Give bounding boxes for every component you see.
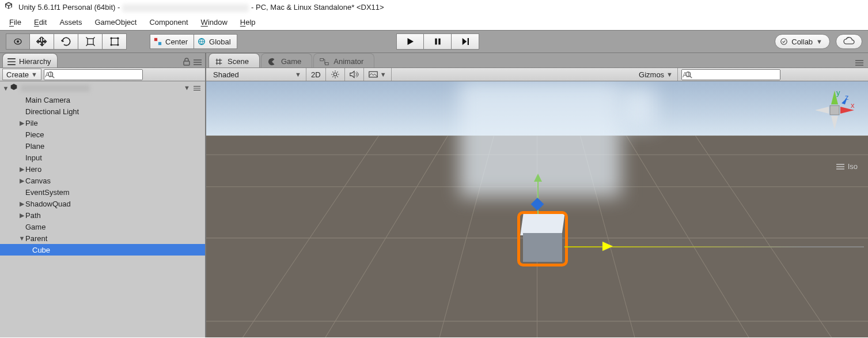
hand-tool-button[interactable] [6, 33, 30, 50]
tab-scene[interactable]: Scene [209, 53, 260, 67]
scene-search-input[interactable] [681, 69, 780, 80]
workspace: Hierarchy Create ▼ [0, 53, 868, 337]
hierarchy-item[interactable]: EventSystem [0, 186, 205, 198]
scene-root-row[interactable]: ▼ ▼ [0, 82, 205, 94]
rect-tool-button[interactable] [103, 33, 127, 50]
scale-tool-button[interactable] [78, 33, 103, 50]
svg-rect-34 [830, 106, 839, 115]
panel-menu-icon[interactable] [855, 59, 863, 67]
expand-toggle[interactable]: ▶ [18, 166, 25, 173]
audio-toggle[interactable] [345, 68, 364, 81]
redacted-segment [122, 4, 249, 12]
scene-tabs-row: Scene Game Animator [206, 53, 868, 67]
scene-toolbar: Shaded ▼ 2D ▼ Gizmos ▼ [206, 67, 868, 81]
cloud-button[interactable] [836, 34, 862, 49]
create-dropdown[interactable]: Create ▼ [2, 69, 41, 80]
play-button[interactable] [396, 33, 424, 50]
menu-edit[interactable]: Edit [28, 16, 52, 28]
mode-2d-toggle[interactable]: 2D [306, 68, 326, 81]
rotate-tool-button[interactable] [54, 33, 78, 50]
panel-menu-icon[interactable] [194, 58, 202, 67]
svg-line-32 [626, 136, 782, 337]
gizmo-x-arrow-icon [602, 242, 613, 251]
menu-help[interactable]: Help [234, 16, 261, 28]
hierarchy-toolbar: Create ▼ [0, 67, 205, 81]
svg-point-5 [117, 37, 119, 39]
pacman-icon [267, 58, 276, 66]
hierarchy-item[interactable]: ▼Parent [0, 232, 205, 244]
svg-point-19 [333, 73, 336, 76]
svg-line-29 [293, 136, 448, 337]
menubar: File Edit Assets GameObject Component Wi… [0, 16, 868, 30]
step-button[interactable] [452, 33, 479, 50]
menu-component[interactable]: Component [143, 16, 194, 28]
gizmos-dropdown[interactable]: Gizmos ▼ [634, 68, 678, 81]
expand-toggle[interactable]: ▶ [18, 212, 25, 219]
hierarchy-item[interactable]: ▶ShadowQuad [0, 198, 205, 209]
hierarchy-item-label: Cube [32, 246, 50, 254]
scene-viewport[interactable]: y z x Iso [206, 81, 868, 337]
hierarchy-item[interactable]: ▶Pile [0, 117, 205, 129]
move-tool-button[interactable] [30, 33, 54, 50]
pivot-mode-button[interactable]: Center [150, 34, 194, 49]
svg-point-1 [17, 40, 19, 43]
lock-icon[interactable] [183, 58, 190, 67]
chevron-down-icon: ▼ [666, 71, 673, 78]
menu-window[interactable]: Window [195, 16, 233, 28]
expand-toggle[interactable]: ▼ [18, 235, 25, 242]
svg-point-6 [110, 44, 112, 46]
transform-tools-group [6, 33, 127, 50]
shading-mode-dropdown[interactable]: Shaded ▼ [209, 68, 306, 81]
hierarchy-tree[interactable]: ▼ ▼ Main CameraDirectional Light▶PilePie… [0, 81, 205, 337]
main-toolbar: Center Global Collab ▼ [0, 30, 868, 53]
effects-dropdown[interactable]: ▼ [364, 68, 392, 81]
coordinate-space-button[interactable]: Global [194, 34, 237, 49]
svg-rect-9 [158, 42, 161, 45]
selected-cube[interactable] [517, 211, 568, 266]
svg-point-4 [110, 37, 112, 39]
hierarchy-item[interactable]: Directional Light [0, 106, 205, 117]
hierarchy-item-label: Plane [25, 142, 44, 151]
hierarchy-item[interactable]: ▶Path [0, 209, 205, 221]
hierarchy-item[interactable]: Plane [0, 140, 205, 152]
tab-animator[interactable]: Animator [313, 53, 374, 67]
hierarchy-panel: Hierarchy Create ▼ [0, 53, 206, 337]
hierarchy-search[interactable] [44, 69, 203, 80]
unity-logo-icon [3, 1, 14, 13]
hierarchy-item[interactable]: ▶Canvas [0, 175, 205, 186]
hierarchy-item[interactable]: ▶Hero [0, 163, 205, 175]
svg-marker-39 [831, 116, 838, 130]
axis-x-label: x [851, 101, 855, 110]
hierarchy-item[interactable]: Cube [0, 244, 205, 256]
menu-gameobject[interactable]: GameObject [89, 16, 142, 28]
hierarchy-item[interactable]: Piece [0, 129, 205, 140]
pivot-space-group: Center Global [150, 34, 237, 49]
menu-assets[interactable]: Assets [54, 16, 88, 28]
hierarchy-item[interactable]: Game [0, 221, 205, 232]
play-controls-group [396, 33, 479, 50]
hierarchy-item[interactable]: Input [0, 152, 205, 163]
panel-menu-icon[interactable] [194, 84, 200, 93]
lighting-toggle[interactable] [326, 68, 345, 81]
expand-toggle[interactable]: ▶ [18, 119, 25, 127]
chevron-down-icon[interactable]: ▼ [184, 84, 190, 93]
menu-file[interactable]: File [3, 16, 27, 28]
tab-game[interactable]: Game [261, 53, 312, 67]
pause-button[interactable] [424, 33, 452, 50]
expand-toggle[interactable]: ▶ [18, 177, 25, 185]
hierarchy-item-label: ShadowQuad [25, 200, 71, 208]
expand-toggle[interactable]: ▼ [2, 85, 9, 92]
svg-rect-12 [438, 39, 440, 45]
projection-label[interactable]: Iso [836, 162, 858, 171]
hierarchy-item[interactable]: Main Camera [0, 94, 205, 106]
scene-search[interactable] [681, 69, 866, 80]
collab-dropdown[interactable]: Collab ▼ [775, 34, 830, 49]
expand-toggle[interactable]: ▶ [18, 200, 25, 208]
hierarchy-tab[interactable]: Hierarchy [2, 53, 58, 67]
axis-z-label: z [845, 93, 849, 102]
hierarchy-item-label: Path [25, 211, 41, 220]
svg-rect-13 [467, 38, 468, 45]
window-title: Unity 5.6.1f1 Personal (64bit) - - PC, M… [18, 2, 384, 12]
hierarchy-search-input[interactable] [44, 69, 143, 80]
orientation-gizmo[interactable]: y z x [812, 87, 858, 133]
